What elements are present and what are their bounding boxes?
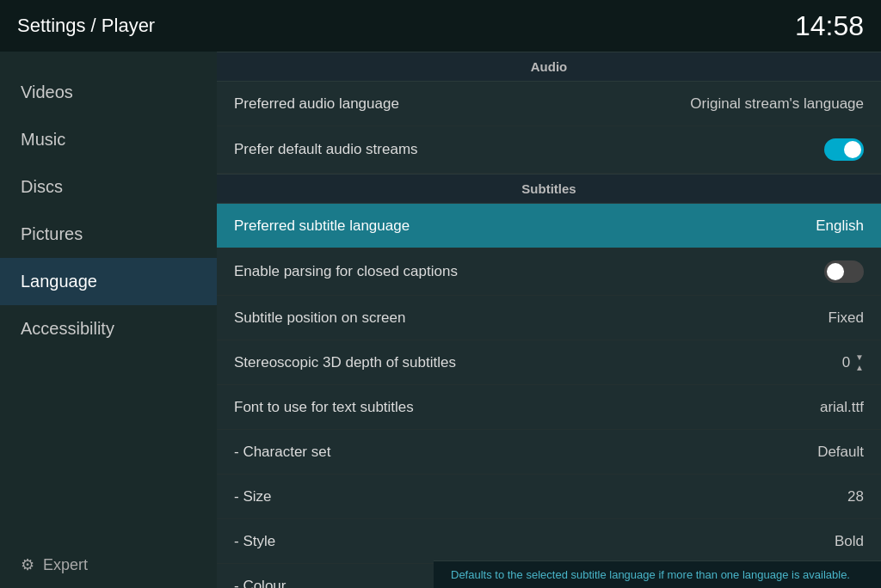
gear-icon: ⚙ <box>21 555 34 574</box>
expert-button[interactable]: ⚙ Expert <box>0 542 217 588</box>
toggle-knob <box>844 141 861 158</box>
closed-captions-toggle[interactable] <box>824 260 864 283</box>
setting-value: Original stream's language <box>690 95 864 113</box>
setting-label: Font to use for text subtitles <box>234 399 414 416</box>
sidebar: Videos Music Discs Pictures Language Acc… <box>0 52 217 588</box>
status-bar: Defaults to the selected subtitle langua… <box>434 560 881 588</box>
setting-character-set[interactable]: - Character set Default <box>217 430 881 475</box>
setting-label: - Size <box>234 488 271 505</box>
setting-value: arial.ttf <box>820 399 864 416</box>
layout: Videos Music Discs Pictures Language Acc… <box>0 52 881 588</box>
setting-label: Prefer default audio streams <box>234 141 418 158</box>
spinner-buttons: ▼ ▲ <box>855 353 864 372</box>
setting-label: Stereoscopic 3D depth of subtitles <box>234 354 456 371</box>
setting-value: Fixed <box>828 309 864 327</box>
header: Settings / Player 14:58 <box>0 0 881 52</box>
clock: 14:58 <box>795 10 864 42</box>
sidebar-spacer <box>0 352 217 542</box>
page-title: Settings / Player <box>17 15 155 37</box>
setting-prefer-default-audio[interactable]: Prefer default audio streams <box>217 126 881 174</box>
setting-label: - Colour <box>234 578 286 589</box>
setting-3d-depth[interactable]: Stereoscopic 3D depth of subtitles 0 ▼ ▲ <box>217 340 881 385</box>
setting-value: 28 <box>847 488 864 505</box>
setting-subtitle-position[interactable]: Subtitle position on screen Fixed <box>217 296 881 340</box>
setting-enable-closed-captions[interactable]: Enable parsing for closed captions <box>217 248 881 296</box>
spinner-control: 0 ▼ ▲ <box>842 353 864 372</box>
setting-value: English <box>816 217 864 235</box>
setting-value: Bold <box>835 533 864 550</box>
status-text: Defaults to the selected subtitle langua… <box>451 568 850 581</box>
sidebar-item-music[interactable]: Music <box>0 116 217 163</box>
expert-label: Expert <box>43 556 88 574</box>
sidebar-item-accessibility[interactable]: Accessibility <box>0 305 217 352</box>
spinner-value: 0 <box>842 354 850 371</box>
setting-label: - Style <box>234 533 275 550</box>
toggle-knob <box>827 263 844 280</box>
setting-label: Preferred audio language <box>234 95 399 113</box>
setting-preferred-subtitle-language[interactable]: Preferred subtitle language English <box>217 204 881 248</box>
sidebar-item-videos[interactable]: Videos <box>0 69 217 116</box>
setting-label: - Character set <box>234 444 330 461</box>
setting-value: Default <box>817 444 864 461</box>
section-header-audio: Audio <box>217 52 881 82</box>
sidebar-item-language[interactable]: Language <box>0 258 217 305</box>
setting-style[interactable]: - Style Bold <box>217 519 881 564</box>
setting-label: Preferred subtitle language <box>234 217 410 235</box>
section-header-subtitles: Subtitles <box>217 174 881 204</box>
setting-size[interactable]: - Size 28 <box>217 475 881 519</box>
sidebar-item-discs[interactable]: Discs <box>0 163 217 211</box>
setting-label: Enable parsing for closed captions <box>234 263 458 280</box>
main-content: Audio Preferred audio language Original … <box>217 52 881 588</box>
setting-preferred-audio-language[interactable]: Preferred audio language Original stream… <box>217 82 881 126</box>
prefer-default-audio-toggle[interactable] <box>824 138 864 161</box>
setting-font[interactable]: Font to use for text subtitles arial.ttf <box>217 385 881 430</box>
spinner-up-btn[interactable]: ▲ <box>855 364 864 372</box>
setting-label: Subtitle position on screen <box>234 309 405 327</box>
spinner-down-btn[interactable]: ▼ <box>855 353 864 362</box>
sidebar-item-pictures[interactable]: Pictures <box>0 211 217 258</box>
